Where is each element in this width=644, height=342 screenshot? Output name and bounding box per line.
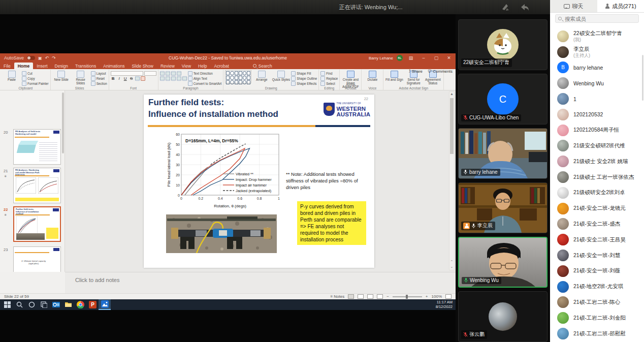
member-search-input[interactable] <box>564 15 636 22</box>
shape-icon[interactable] <box>243 80 246 84</box>
cut-button[interactable]: Cut <box>22 71 49 76</box>
undo-icon[interactable]: ↶ <box>45 55 49 60</box>
reuse-slides-button[interactable]: Reuse Slides <box>72 70 90 85</box>
indent-icon[interactable] <box>171 71 176 76</box>
shape-icon[interactable] <box>230 80 234 84</box>
font-u-button[interactable]: U <box>123 76 128 81</box>
member-row[interactable]: 21级硕研安全2班刘卓 <box>550 185 644 201</box>
slide-canvas[interactable]: Further field tests: Influence of instal… <box>144 95 374 268</box>
member-row[interactable]: 21硕-工岩二班-刘金阳 <box>550 310 644 326</box>
thumbnail-preview[interactable]: 4. Ultimate lateral capacity (rigid pile… <box>13 246 61 272</box>
restore-button[interactable]: ▢ <box>432 55 441 60</box>
zoom-in-button[interactable]: + <box>426 294 428 299</box>
menu-tab-review[interactable]: Review <box>157 63 178 69</box>
dictate-button[interactable]: Dictate <box>363 70 381 82</box>
menu-tab-transitions[interactable]: Transitions <box>72 63 100 69</box>
thumbnail-preview[interactable]: FE Analyses of field tests Hardening soi… <box>13 129 61 165</box>
member-row[interactable]: 1202120532 <box>550 107 644 122</box>
shape-icon[interactable] <box>230 71 234 75</box>
shape-icon[interactable] <box>235 80 238 84</box>
member-row[interactable]: 李立辰(主持人) <box>550 44 644 60</box>
slideshow-icon[interactable] <box>377 294 383 299</box>
shape-icon[interactable] <box>243 76 246 80</box>
member-row[interactable]: 21硕-地空2班-尤安琪 <box>550 279 644 295</box>
fit-to-window-icon[interactable] <box>445 294 452 299</box>
font-i-button[interactable]: I <box>117 76 122 81</box>
columns-icon[interactable] <box>182 76 187 81</box>
font-color-icon[interactable] <box>141 76 145 81</box>
ribbon-search[interactable]: Search <box>253 64 272 69</box>
shape-icon[interactable] <box>239 76 242 80</box>
avatar[interactable]: BL <box>397 55 403 61</box>
member-row[interactable]: 21硕-安全一班-刘慧 <box>550 247 644 263</box>
taskbar-clock[interactable]: 11:17 AM 8/12/2022 <box>436 300 453 309</box>
paste-button[interactable]: Paste <box>3 70 21 82</box>
ribbon-display-icon[interactable]: ▤ <box>406 55 415 60</box>
menu-tab-acrobat[interactable]: Acrobat <box>211 63 233 69</box>
font-b-button[interactable]: B <box>111 76 116 81</box>
member-row[interactable]: Bbarry lehane <box>550 60 644 76</box>
member-row[interactable]: 21级安全硕研2班代维 <box>550 138 644 154</box>
taskbar-outlook-icon[interactable] <box>50 299 62 310</box>
notes-pane[interactable]: Click to add notes <box>65 272 456 293</box>
notes-toggle[interactable]: ≡ Notes <box>330 294 344 299</box>
member-row[interactable]: 21级硕士 工岩一班张依杰 <box>550 169 644 185</box>
member-row[interactable]: 21硕-工岩二班-邵慰慰 <box>550 326 644 341</box>
font-name-combobox[interactable] <box>111 71 143 76</box>
align-text-button[interactable]: Align Text <box>188 76 222 81</box>
section-button[interactable]: Section <box>91 81 107 86</box>
shape-icon[interactable] <box>226 71 230 75</box>
shape-icon[interactable] <box>239 80 242 84</box>
line-spacing-icon[interactable] <box>177 71 181 76</box>
member-row[interactable]: 21硕-安全二班-王昌昊 <box>550 232 644 247</box>
video-tile-4[interactable]: 李立辰 <box>458 182 548 233</box>
bullets-icon[interactable] <box>160 71 165 76</box>
member-list-scrollbar[interactable] <box>642 55 643 101</box>
normal-view-icon[interactable] <box>348 294 354 299</box>
shape-fill-button[interactable]: Shape Fill <box>291 71 317 76</box>
video-tile-1[interactable]: 22硕安全二班郁宁胄 <box>458 19 548 70</box>
arrange-button[interactable]: Arrange <box>252 70 271 82</box>
zoom-out-button[interactable]: − <box>387 294 389 299</box>
taskbar-chrome-icon[interactable] <box>74 299 86 310</box>
menu-tab-view[interactable]: View <box>178 63 195 69</box>
member-row[interactable]: 21硕-安全二班-盛杰 <box>550 216 644 232</box>
redo-icon[interactable]: ↷ <box>52 55 56 60</box>
select-button[interactable]: Select <box>320 81 338 86</box>
save-icon[interactable]: ▣ <box>38 56 42 60</box>
taskbar-file-explorer-icon[interactable] <box>62 299 74 310</box>
zoom-slider[interactable] <box>393 296 422 297</box>
thumbnail-preview[interactable]: Further field tests: Influence of instal… <box>13 206 61 242</box>
highlight-color-icon[interactable] <box>135 76 140 81</box>
share-button[interactable]: ⤴ Share <box>408 69 423 74</box>
shape-icon[interactable] <box>247 71 250 75</box>
shape-gallery[interactable] <box>225 70 251 83</box>
member-row[interactable]: Wenbing Wu <box>550 75 644 91</box>
video-tile-2[interactable]: CCUG-UWA-Libo Chen <box>458 74 548 125</box>
taskbar-powerpoint-icon[interactable]: P <box>86 299 99 310</box>
member-row[interactable]: 21硕-安全一班-刘薇 <box>550 263 644 279</box>
shape-icon[interactable] <box>226 80 230 84</box>
thumbnail-preview[interactable]: FE Analyses: Hardening soil model Shento… <box>13 168 61 203</box>
menu-tab-help[interactable]: Help <box>195 63 210 69</box>
align-left-icon[interactable] <box>160 76 165 81</box>
copy-button[interactable]: Copy <box>22 76 49 81</box>
taskbar-search-icon[interactable] <box>13 299 25 310</box>
text-direction-button[interactable]: Text Direction <box>188 71 222 76</box>
align-center-icon[interactable] <box>166 76 170 81</box>
numbering-icon[interactable] <box>166 71 170 76</box>
autosave-toggle[interactable] <box>27 56 35 60</box>
menu-tab-slide-show[interactable]: Slide Show <box>128 63 157 69</box>
shape-icon[interactable] <box>243 71 246 75</box>
menu-tab-insert[interactable]: Insert <box>33 63 51 69</box>
align-right-icon[interactable] <box>171 76 176 81</box>
layout-button[interactable]: Layout <box>91 71 107 76</box>
close-button[interactable]: ✕ <box>444 55 454 60</box>
fill-and-sign-button[interactable]: Fill and Sign <box>385 70 403 82</box>
reset-button[interactable]: Reset <box>91 76 107 81</box>
annotation-arrow-icon[interactable] <box>518 2 531 12</box>
member-row[interactable]: 21硕-工岩二班-陈心 <box>550 295 644 310</box>
shape-icon[interactable] <box>226 76 230 80</box>
member-row[interactable]: 22硕安全二班郁宁胄(我) <box>550 28 644 44</box>
thumbnail-scrollbar[interactable] <box>62 92 64 153</box>
